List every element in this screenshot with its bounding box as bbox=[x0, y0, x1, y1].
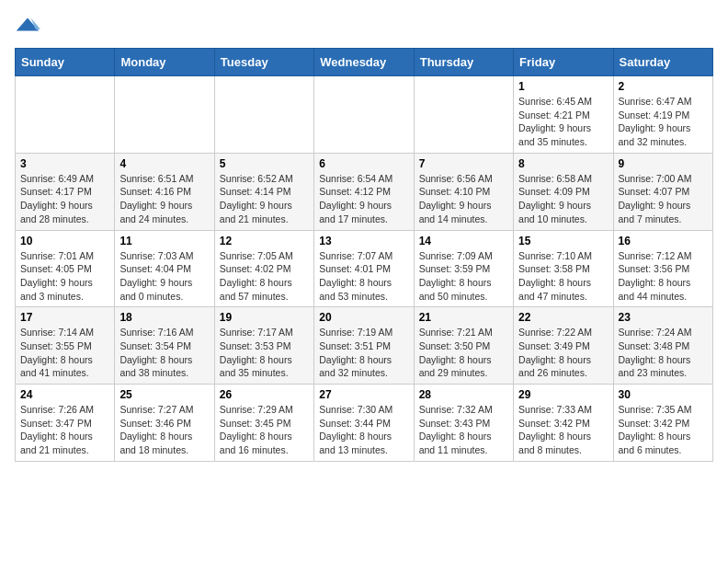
day-number: 21 bbox=[419, 311, 508, 324]
calendar-cell: 29Sunrise: 7:33 AM Sunset: 3:42 PM Dayli… bbox=[514, 385, 613, 462]
day-info: Sunrise: 7:22 AM Sunset: 3:49 PM Dayligh… bbox=[518, 326, 608, 380]
calendar-cell bbox=[115, 76, 214, 154]
calendar-cell: 13Sunrise: 7:07 AM Sunset: 4:01 PM Dayli… bbox=[314, 230, 414, 307]
day-info: Sunrise: 7:12 AM Sunset: 3:56 PM Dayligh… bbox=[619, 249, 708, 304]
calendar-cell: 19Sunrise: 7:17 AM Sunset: 3:53 PM Dayli… bbox=[214, 307, 313, 385]
day-number: 7 bbox=[419, 157, 508, 170]
day-info: Sunrise: 7:32 AM Sunset: 3:43 PM Dayligh… bbox=[419, 403, 508, 457]
day-number: 17 bbox=[20, 311, 109, 324]
day-number: 23 bbox=[619, 311, 708, 324]
day-number: 19 bbox=[220, 311, 309, 324]
day-number: 4 bbox=[119, 157, 209, 170]
logo-icon bbox=[15, 15, 40, 40]
day-number: 5 bbox=[220, 157, 309, 170]
calendar-week-row: 1Sunrise: 6:45 AM Sunset: 4:21 PM Daylig… bbox=[16, 76, 713, 154]
day-info: Sunrise: 6:58 AM Sunset: 4:09 PM Dayligh… bbox=[518, 172, 608, 226]
calendar-cell: 8Sunrise: 6:58 AM Sunset: 4:09 PM Daylig… bbox=[514, 153, 613, 230]
day-number: 9 bbox=[619, 157, 708, 170]
calendar-cell: 9Sunrise: 7:00 AM Sunset: 4:07 PM Daylig… bbox=[613, 153, 712, 230]
day-info: Sunrise: 7:10 AM Sunset: 3:58 PM Dayligh… bbox=[518, 249, 608, 304]
calendar-week-row: 24Sunrise: 7:26 AM Sunset: 3:47 PM Dayli… bbox=[16, 385, 713, 462]
day-info: Sunrise: 6:45 AM Sunset: 4:21 PM Dayligh… bbox=[518, 95, 608, 149]
calendar-cell: 23Sunrise: 7:24 AM Sunset: 3:48 PM Dayli… bbox=[613, 307, 712, 385]
weekday-header: Tuesday bbox=[214, 49, 313, 76]
calendar-cell: 12Sunrise: 7:05 AM Sunset: 4:02 PM Dayli… bbox=[214, 230, 313, 307]
calendar-cell: 22Sunrise: 7:22 AM Sunset: 3:49 PM Dayli… bbox=[514, 307, 613, 385]
day-number: 25 bbox=[119, 388, 209, 401]
day-info: Sunrise: 7:05 AM Sunset: 4:02 PM Dayligh… bbox=[220, 249, 309, 304]
day-number: 8 bbox=[518, 157, 608, 170]
calendar-cell bbox=[16, 76, 115, 154]
day-number: 12 bbox=[220, 235, 309, 247]
day-number: 30 bbox=[619, 388, 708, 401]
day-number: 16 bbox=[619, 235, 708, 247]
calendar-cell: 30Sunrise: 7:35 AM Sunset: 3:42 PM Dayli… bbox=[613, 385, 712, 462]
weekday-header: Sunday bbox=[16, 49, 115, 76]
day-info: Sunrise: 7:03 AM Sunset: 4:04 PM Dayligh… bbox=[119, 249, 209, 304]
day-number: 13 bbox=[319, 235, 408, 247]
day-number: 14 bbox=[419, 235, 508, 247]
weekday-header: Saturday bbox=[613, 49, 712, 76]
day-info: Sunrise: 7:17 AM Sunset: 3:53 PM Dayligh… bbox=[220, 326, 309, 380]
calendar-cell: 18Sunrise: 7:16 AM Sunset: 3:54 PM Dayli… bbox=[115, 307, 214, 385]
calendar-cell: 5Sunrise: 6:52 AM Sunset: 4:14 PM Daylig… bbox=[214, 153, 313, 230]
day-info: Sunrise: 7:00 AM Sunset: 4:07 PM Dayligh… bbox=[619, 172, 708, 226]
calendar-week-row: 17Sunrise: 7:14 AM Sunset: 3:55 PM Dayli… bbox=[16, 307, 713, 385]
day-number: 26 bbox=[220, 388, 309, 401]
weekday-header: Monday bbox=[115, 49, 214, 76]
day-info: Sunrise: 7:19 AM Sunset: 3:51 PM Dayligh… bbox=[319, 326, 408, 380]
day-info: Sunrise: 6:51 AM Sunset: 4:16 PM Dayligh… bbox=[119, 172, 209, 226]
weekday-header: Thursday bbox=[414, 49, 513, 76]
calendar-week-row: 3Sunrise: 6:49 AM Sunset: 4:17 PM Daylig… bbox=[16, 153, 713, 230]
calendar-cell: 7Sunrise: 6:56 AM Sunset: 4:10 PM Daylig… bbox=[414, 153, 513, 230]
calendar-cell: 2Sunrise: 6:47 AM Sunset: 4:19 PM Daylig… bbox=[613, 76, 712, 154]
day-info: Sunrise: 7:14 AM Sunset: 3:55 PM Dayligh… bbox=[20, 326, 109, 380]
day-number: 29 bbox=[518, 388, 608, 401]
calendar-week-row: 10Sunrise: 7:01 AM Sunset: 4:05 PM Dayli… bbox=[16, 230, 713, 307]
day-info: Sunrise: 6:56 AM Sunset: 4:10 PM Dayligh… bbox=[419, 172, 508, 226]
day-number: 22 bbox=[518, 311, 608, 324]
weekday-header: Friday bbox=[514, 49, 613, 76]
day-info: Sunrise: 7:01 AM Sunset: 4:05 PM Dayligh… bbox=[20, 249, 109, 304]
calendar-cell: 15Sunrise: 7:10 AM Sunset: 3:58 PM Dayli… bbox=[514, 230, 613, 307]
day-number: 18 bbox=[119, 311, 209, 324]
calendar-cell: 20Sunrise: 7:19 AM Sunset: 3:51 PM Dayli… bbox=[314, 307, 414, 385]
day-number: 10 bbox=[20, 235, 109, 247]
day-number: 3 bbox=[20, 157, 109, 170]
calendar-cell: 24Sunrise: 7:26 AM Sunset: 3:47 PM Dayli… bbox=[16, 385, 115, 462]
day-number: 1 bbox=[518, 80, 608, 93]
day-number: 11 bbox=[119, 235, 209, 247]
calendar-cell bbox=[214, 76, 313, 154]
day-number: 20 bbox=[319, 311, 408, 324]
calendar-cell: 1Sunrise: 6:45 AM Sunset: 4:21 PM Daylig… bbox=[514, 76, 613, 154]
day-info: Sunrise: 7:33 AM Sunset: 3:42 PM Dayligh… bbox=[518, 403, 608, 457]
day-info: Sunrise: 7:35 AM Sunset: 3:42 PM Dayligh… bbox=[619, 403, 708, 457]
day-number: 15 bbox=[518, 235, 608, 247]
day-info: Sunrise: 7:24 AM Sunset: 3:48 PM Dayligh… bbox=[619, 326, 708, 380]
day-info: Sunrise: 6:54 AM Sunset: 4:12 PM Dayligh… bbox=[319, 172, 408, 226]
day-info: Sunrise: 6:49 AM Sunset: 4:17 PM Dayligh… bbox=[20, 172, 109, 226]
calendar: SundayMondayTuesdayWednesdayThursdayFrid… bbox=[15, 48, 713, 462]
calendar-cell: 17Sunrise: 7:14 AM Sunset: 3:55 PM Dayli… bbox=[16, 307, 115, 385]
calendar-cell: 28Sunrise: 7:32 AM Sunset: 3:43 PM Dayli… bbox=[414, 385, 513, 462]
calendar-cell bbox=[314, 76, 414, 154]
day-info: Sunrise: 7:09 AM Sunset: 3:59 PM Dayligh… bbox=[419, 249, 508, 304]
logo bbox=[15, 15, 44, 40]
day-number: 2 bbox=[619, 80, 708, 93]
day-info: Sunrise: 7:21 AM Sunset: 3:50 PM Dayligh… bbox=[419, 326, 508, 380]
calendar-cell: 21Sunrise: 7:21 AM Sunset: 3:50 PM Dayli… bbox=[414, 307, 513, 385]
calendar-cell: 10Sunrise: 7:01 AM Sunset: 4:05 PM Dayli… bbox=[16, 230, 115, 307]
calendar-cell: 27Sunrise: 7:30 AM Sunset: 3:44 PM Dayli… bbox=[314, 385, 414, 462]
calendar-cell: 26Sunrise: 7:29 AM Sunset: 3:45 PM Dayli… bbox=[214, 385, 313, 462]
day-info: Sunrise: 7:16 AM Sunset: 3:54 PM Dayligh… bbox=[119, 326, 209, 380]
calendar-cell: 14Sunrise: 7:09 AM Sunset: 3:59 PM Dayli… bbox=[414, 230, 513, 307]
day-info: Sunrise: 6:52 AM Sunset: 4:14 PM Dayligh… bbox=[220, 172, 309, 226]
calendar-cell: 4Sunrise: 6:51 AM Sunset: 4:16 PM Daylig… bbox=[115, 153, 214, 230]
calendar-cell: 11Sunrise: 7:03 AM Sunset: 4:04 PM Dayli… bbox=[115, 230, 214, 307]
day-info: Sunrise: 6:47 AM Sunset: 4:19 PM Dayligh… bbox=[619, 95, 708, 149]
day-number: 24 bbox=[20, 388, 109, 401]
header bbox=[15, 15, 713, 40]
calendar-cell: 16Sunrise: 7:12 AM Sunset: 3:56 PM Dayli… bbox=[613, 230, 712, 307]
calendar-cell bbox=[414, 76, 513, 154]
day-number: 27 bbox=[319, 388, 408, 401]
